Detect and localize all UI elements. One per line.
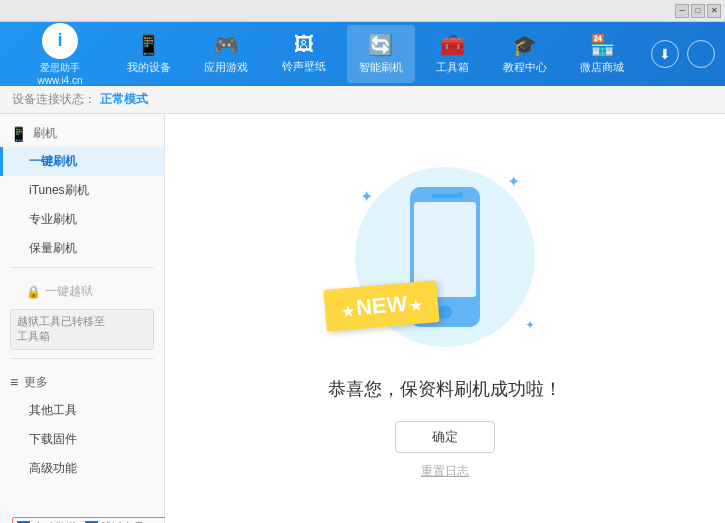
sparkle-1: ✦ [507,172,520,191]
sidebar-item-one-key-flash[interactable]: 一键刷机 [0,147,164,176]
smart-flash-icon: 🔄 [368,33,393,57]
sidebar-item-other-tools[interactable]: 其他工具 [0,396,164,425]
sidebar-jailbreak-notice: 越狱工具已转移至工具箱 [10,309,154,350]
flash-section-icon: 📱 [10,126,27,142]
content-area: 📱 刷机 一键刷机 iTunes刷机 专业刷机 保量刷机 🔒 一键越狱 [0,114,725,523]
sidebar-jailbreak-disabled: 🔒 一键越狱 [0,278,164,305]
nav-tutorial[interactable]: 🎓 教程中心 [491,25,559,83]
bottom-checkboxes: ✓ 自动敬送 ✓ 跳过向导 [12,517,177,523]
sidebar-section-flash: 📱 刷机 一键刷机 iTunes刷机 专业刷机 保量刷机 [0,120,164,263]
nav-header: i 爱思助手 www.i4.cn 📱 我的设备 🎮 应用游戏 🖼 铃声壁纸 🔄 … [0,22,725,86]
toolbox-label: 工具箱 [436,60,469,75]
minimize-button[interactable]: ─ [675,4,689,18]
user-button[interactable]: 👤 [687,40,715,68]
logo-subtext: www.i4.cn [37,75,82,86]
title-bar: ─ □ ✕ [0,0,725,22]
reflash-link[interactable]: 重置日志 [421,463,469,480]
lock-icon: 🔒 [26,285,41,299]
my-device-label: 我的设备 [127,60,171,75]
status-value: 正常模式 [100,91,148,108]
sidebar-section-more: ≡ 更多 其他工具 下载固件 高级功能 [0,369,164,483]
nav-toolbox[interactable]: 🧰 工具箱 [424,25,481,83]
tutorial-icon: 🎓 [512,33,537,57]
nav-smart-flash[interactable]: 🔄 智能刷机 [347,25,415,83]
svg-point-4 [457,192,463,198]
status-label: 设备连接状态： [12,91,96,108]
flash-section-label: 刷机 [33,125,57,142]
weidian-icon: 🏪 [590,33,615,57]
apps-games-label: 应用游戏 [204,60,248,75]
sidebar-item-pro-flash[interactable]: 专业刷机 [0,205,164,234]
sidebar-item-advanced[interactable]: 高级功能 [0,454,164,483]
ringtone-icon: 🖼 [294,33,314,56]
status-bar: 设备连接状态： 正常模式 [0,86,725,114]
confirm-button[interactable]: 确定 [395,421,495,453]
nav-right-buttons: ⬇ 👤 [651,40,715,68]
svg-rect-3 [432,194,458,198]
my-device-icon: 📱 [136,33,161,57]
apps-games-icon: 🎮 [214,33,239,57]
success-text: 恭喜您，保资料刷机成功啦！ [328,377,562,401]
sidebar-section-jailbreak: 🔒 一键越狱 越狱工具已转移至工具箱 [0,278,164,354]
sidebar-section-more-header: ≡ 更多 [0,369,164,396]
nav-my-device[interactable]: 📱 我的设备 [115,25,183,83]
sidebar-divider-2 [10,358,154,359]
phone-badge-container: NEW ✦ ✦ ✦ [345,157,545,357]
hero-area: NEW ✦ ✦ ✦ [345,157,545,357]
logo-circle: i [42,23,78,59]
logo-text: 爱思助手 [40,61,80,75]
nav-apps-games[interactable]: 🎮 应用游戏 [192,25,260,83]
title-bar-buttons: ─ □ ✕ [675,4,721,18]
sidebar: 📱 刷机 一键刷机 iTunes刷机 专业刷机 保量刷机 🔒 一键越狱 [0,114,165,523]
logo-area: i 爱思助手 www.i4.cn [10,23,110,86]
sidebar-item-itunes-flash[interactable]: iTunes刷机 [0,176,164,205]
weidian-label: 微店商城 [580,60,624,75]
nav-ringtone[interactable]: 🖼 铃声壁纸 [270,25,338,83]
download-button[interactable]: ⬇ [651,40,679,68]
sidebar-section-flash-header: 📱 刷机 [0,120,164,147]
nav-weidian[interactable]: 🏪 微店商城 [568,25,636,83]
sidebar-item-download-firmware[interactable]: 下载固件 [0,425,164,454]
ringtone-label: 铃声壁纸 [282,59,326,74]
tutorial-label: 教程中心 [503,60,547,75]
nav-items: 📱 我的设备 🎮 应用游戏 🖼 铃声壁纸 🔄 智能刷机 🧰 工具箱 🎓 教程中心… [110,25,641,83]
close-button[interactable]: ✕ [707,4,721,18]
more-section-icon: ≡ [10,374,18,390]
sparkle-2: ✦ [360,187,373,206]
sidebar-item-save-flash[interactable]: 保量刷机 [0,234,164,263]
maximize-button[interactable]: □ [691,4,705,18]
main-content: NEW ✦ ✦ ✦ 恭喜您，保资料刷机成功啦！ 确定 重置日志 [165,114,725,523]
logo-icon: i [57,30,62,51]
sidebar-divider-1 [10,267,154,268]
toolbox-icon: 🧰 [440,33,465,57]
bottom-left: ✓ 自动敬送 ✓ 跳过向导 📱 iPhone 12 mini 64GB Down… [12,517,177,523]
smart-flash-label: 智能刷机 [359,60,403,75]
sparkle-3: ✦ [525,318,535,332]
svg-point-2 [438,305,452,319]
